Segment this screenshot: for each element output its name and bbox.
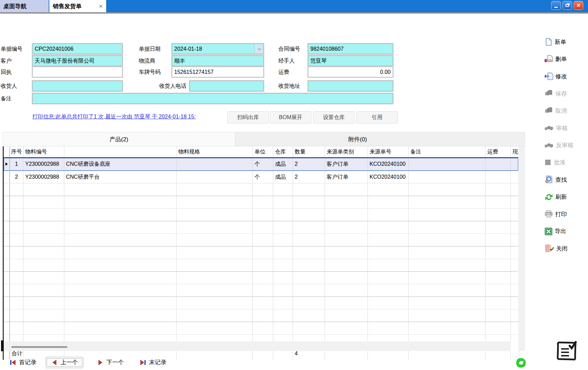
row-selector[interactable] — [4, 158, 10, 170]
grid-cell-empty — [64, 272, 177, 284]
grid-cell[interactable]: Y2300002988 — [23, 171, 64, 183]
grid-cell[interactable]: Y2300002988 — [23, 158, 64, 170]
grid-cell-empty — [293, 322, 325, 334]
grid-cell[interactable]: 2 — [10, 171, 23, 183]
minimize-icon[interactable] — [551, 1, 561, 10]
grid-column-header[interactable]: 备注 — [409, 146, 486, 157]
row-selector — [4, 209, 10, 221]
grid-cell-empty — [368, 297, 409, 309]
recnav-next-record[interactable]: 下一个 — [97, 357, 124, 368]
sidebar-button-unaudit: 反审核 — [544, 137, 587, 154]
doc-date-field[interactable]: 2024-01-18 — [172, 44, 264, 54]
grid-cell-empty — [293, 234, 325, 246]
audit-icon — [544, 124, 554, 132]
grid-cell[interactable] — [486, 158, 511, 170]
tab-products[interactable]: 产品(2) — [3, 132, 235, 146]
date-dropdown-icon[interactable] — [254, 44, 263, 53]
grid-column-header[interactable]: 运费 — [486, 146, 511, 157]
grid-cell[interactable] — [486, 171, 511, 183]
grid-cell[interactable] — [177, 158, 253, 170]
set-warehouse-button[interactable]: 设置仓库 — [313, 111, 355, 124]
sidebar-button-export[interactable]: 导出 — [544, 223, 587, 240]
grid-cell-empty — [273, 183, 293, 196]
tab-desktop-nav[interactable]: 桌面导航 — [0, 0, 49, 12]
grid-cell-empty — [293, 297, 325, 309]
grid-column-header[interactable]: 来源单号 — [368, 146, 409, 157]
grid-cell-empty — [293, 196, 325, 208]
current-row-arrow-icon — [5, 162, 8, 166]
grid-cell[interactable]: 成品 — [273, 158, 293, 170]
sidebar-button-delete-doc[interactable]: 删单 — [544, 51, 587, 68]
bom-expand-button[interactable]: BOM展开 — [270, 111, 311, 124]
restore-icon[interactable] — [562, 1, 572, 10]
logistics-field[interactable]: 顺丰 — [172, 55, 264, 66]
scan-outbound-button[interactable]: 扫码出库 — [227, 111, 269, 124]
grid-cell[interactable]: 2 — [293, 171, 325, 183]
grid-column-header[interactable] — [64, 146, 177, 157]
grid-cell-empty — [325, 196, 368, 208]
receipt-field[interactable] — [32, 67, 122, 77]
consignee-field[interactable] — [32, 81, 122, 91]
sidebar-button-close-door[interactable]: 关闭 — [544, 240, 587, 257]
grid-cell[interactable]: 2 — [293, 158, 325, 170]
quote-button[interactable]: 引用 — [356, 111, 398, 124]
grid-cell[interactable]: CNC研磨平台 — [64, 171, 177, 183]
grid-cell-empty — [64, 309, 177, 322]
grid-cell-empty — [64, 246, 177, 259]
handler-field[interactable]: 范亚琴 — [308, 55, 393, 66]
grid-cell[interactable]: 个 — [253, 158, 273, 170]
grid-column-header[interactable]: 数量 — [293, 146, 325, 157]
grid-cell-empty — [23, 246, 64, 259]
remark-field[interactable] — [32, 93, 393, 104]
grid-cell-empty — [253, 272, 273, 284]
row-selector[interactable] — [4, 171, 10, 183]
grid-column-header[interactable]: 来源单类别 — [325, 146, 368, 157]
freight-field[interactable]: 0.00 — [308, 67, 393, 77]
consignee-tel-field[interactable] — [190, 81, 264, 91]
grid-column-header[interactable]: 物料编号 — [23, 146, 64, 157]
recnav-first-record[interactable]: 首记录 — [10, 357, 36, 368]
plate-no-field[interactable]: 1526151274157 — [172, 67, 264, 77]
sidebar-button-refresh[interactable]: 刷新 — [544, 188, 587, 206]
grid-column-header[interactable]: 单位 — [253, 146, 273, 157]
grid-cell[interactable]: KCO20240100 — [368, 158, 409, 170]
doc-no-field[interactable]: CPC202401006 — [32, 44, 122, 54]
grid-column-header[interactable]: 序号 — [10, 146, 23, 157]
grid-cell[interactable]: 个 — [253, 171, 273, 183]
horizontal-scrollbar-thumb[interactable] — [11, 346, 67, 348]
contract-no-field[interactable]: 98240108607 — [308, 44, 393, 54]
vertical-scrollbar[interactable] — [518, 146, 525, 351]
sidebar-button-print[interactable]: 打印 — [544, 206, 587, 223]
close-icon[interactable]: ✕ — [574, 1, 583, 10]
grid-splitter-handle[interactable] — [1, 340, 4, 351]
grid-column-header[interactable]: 物料规格 — [177, 146, 253, 157]
sidebar-button-find[interactable]: 查找 — [544, 171, 587, 189]
tab-attachments[interactable]: 附件(0) — [235, 132, 480, 146]
address-field[interactable] — [308, 81, 393, 91]
sidebar-button-label: 批准 — [554, 159, 566, 166]
sidebar-button-modify[interactable]: 修改 — [544, 68, 587, 85]
grid-cell[interactable]: 客户订单 — [325, 158, 368, 170]
grid-cell[interactable] — [177, 171, 253, 183]
recnav-label: 下一个 — [107, 358, 124, 366]
grid-cell[interactable]: 成品 — [273, 171, 293, 183]
recnav-prev-record[interactable]: 上一个 — [45, 357, 84, 368]
tab-close-icon[interactable]: × — [99, 3, 103, 10]
recnav-last-record[interactable]: 末记录 — [140, 357, 166, 368]
tab-sales-delivery[interactable]: 销售发货单 × — [49, 0, 106, 12]
action-sidebar: 新单删单修改保存取消审核反审核批准查找刷新打印导出关闭 — [544, 33, 587, 257]
grid-cell[interactable]: CNC研磨设备底座 — [64, 158, 177, 170]
grid-cell[interactable]: 客户订单 — [325, 171, 368, 183]
sidebar-button-new-doc[interactable]: 新单 — [544, 33, 587, 51]
sidebar-button-label: 新单 — [555, 38, 566, 46]
grid-cell[interactable]: KCO20240100 — [368, 171, 409, 183]
logistics-label: 物流商 — [139, 55, 155, 66]
grid-cell[interactable]: 1 — [10, 158, 23, 170]
grid-cell[interactable] — [409, 171, 486, 183]
plate-no-label: 车牌号码 — [139, 67, 161, 77]
grid-cell-empty — [486, 246, 511, 259]
grid-column-header[interactable]: 仓库 — [273, 146, 293, 157]
grid-cell-empty — [368, 221, 409, 234]
customer-field[interactable]: 天马微电子股份有限公司 — [32, 55, 122, 66]
grid-cell[interactable] — [409, 158, 486, 170]
